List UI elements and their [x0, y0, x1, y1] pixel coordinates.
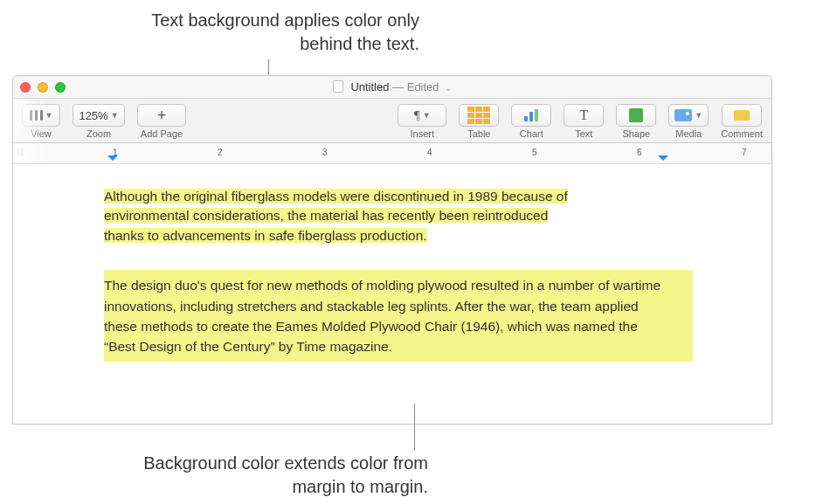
- chart-label: Chart: [520, 128, 543, 139]
- document-name: Untitled: [350, 80, 389, 93]
- ruler-mark: 4: [427, 148, 432, 157]
- text-run: Although the original fiberglass models …: [104, 189, 568, 204]
- comment-icon: [734, 110, 750, 121]
- zoom-value: 125%: [79, 109, 107, 122]
- view-button[interactable]: ▼: [22, 104, 60, 127]
- ruler-mark: 7: [742, 148, 747, 157]
- callout-text-background: Text background applies color only behin…: [122, 9, 419, 56]
- view-icon: [30, 110, 43, 121]
- chevron-down-icon: ▼: [423, 111, 431, 120]
- chart-button[interactable]: [511, 104, 551, 127]
- toolbar: ▼ View 125% ▼ Zoom + Add Page ¶: [13, 99, 771, 143]
- shape-label: Shape: [622, 128, 650, 139]
- chevron-down-icon: ▼: [695, 111, 702, 120]
- callout-leader-bottom: [414, 404, 415, 451]
- callout-background-color: Background color extends color from marg…: [140, 452, 428, 499]
- title-separator: —: [392, 80, 407, 93]
- add-page-label: Add Page: [141, 128, 183, 139]
- shape-icon: [629, 108, 643, 122]
- zoom-button[interactable]: 125% ▼: [73, 104, 125, 127]
- paragraph-icon: ¶: [414, 108, 420, 123]
- window-title[interactable]: Untitled — Edited ⌄: [13, 80, 771, 93]
- ruler-mark: 3: [322, 148, 328, 157]
- media-button[interactable]: ▼: [668, 104, 709, 127]
- document-icon: [333, 80, 343, 93]
- media-icon: [674, 109, 692, 121]
- text-button[interactable]: T: [564, 104, 604, 127]
- document-page[interactable]: Although the original fiberglass models …: [13, 164, 771, 425]
- add-page-button[interactable]: +: [137, 104, 186, 127]
- table-icon: [467, 107, 490, 124]
- ruler[interactable]: 0 1 2 3 4 5 6 7: [13, 143, 771, 164]
- document-status: Edited: [407, 80, 439, 93]
- text-run: The design duo's quest for new methods o…: [104, 278, 660, 354]
- ruler-mark: 6: [637, 148, 642, 157]
- insert-label: Insert: [411, 128, 435, 139]
- ruler-mark: 2: [218, 148, 223, 157]
- insert-button[interactable]: ¶ ▼: [398, 104, 446, 127]
- ruler-mark: 5: [532, 148, 537, 157]
- table-button[interactable]: [459, 104, 499, 127]
- chevron-down-icon: ⌄: [445, 83, 452, 93]
- chevron-down-icon: ▼: [45, 111, 53, 120]
- shape-button[interactable]: [616, 104, 656, 127]
- paragraph-text-highlight[interactable]: Although the original fiberglass models …: [104, 187, 693, 245]
- chevron-down-icon: ▼: [111, 111, 119, 120]
- zoom-label: Zoom: [86, 128, 111, 139]
- ruler-mark: 0: [18, 148, 24, 157]
- paragraph-block-highlight[interactable]: The design duo's quest for new methods o…: [104, 270, 693, 362]
- text-run: thanks to advancements in safe fiberglas…: [104, 228, 427, 243]
- text-label: Text: [575, 128, 592, 139]
- chart-icon: [524, 109, 538, 121]
- titlebar: Untitled — Edited ⌄: [13, 76, 771, 99]
- table-label: Table: [467, 128, 490, 139]
- view-label: View: [31, 128, 52, 139]
- app-window: Untitled — Edited ⌄ ▼ View 125% ▼ Zoo: [12, 75, 772, 425]
- media-label: Media: [675, 128, 702, 139]
- text-icon: T: [579, 107, 588, 123]
- plus-icon: +: [157, 107, 167, 123]
- text-run: environmental considerations, the materi…: [104, 208, 548, 223]
- comment-label: Comment: [721, 128, 763, 139]
- comment-button[interactable]: [722, 104, 762, 127]
